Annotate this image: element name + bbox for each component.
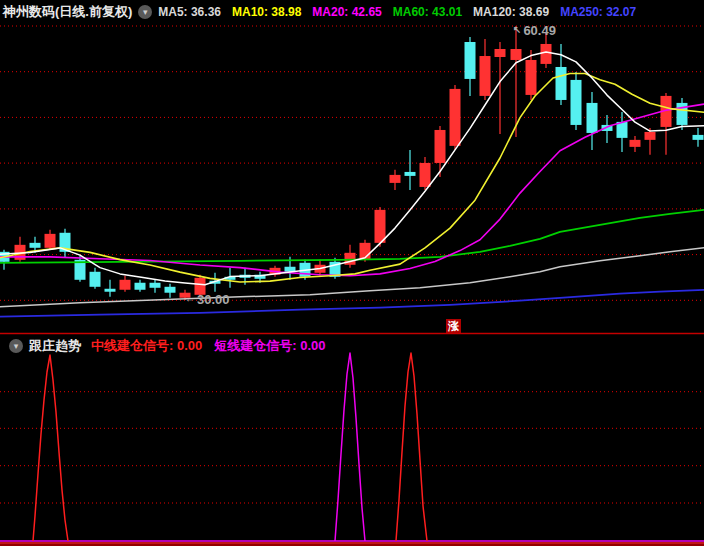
- candle-body: [526, 60, 537, 95]
- chevron-down-icon[interactable]: ▾: [138, 5, 152, 19]
- candle-body: [587, 103, 598, 133]
- mid-term-signal-label: 中线建仓信号: 0.00: [91, 337, 202, 355]
- ma-line-ma20: [0, 104, 704, 276]
- ma-line-ma250: [0, 290, 704, 317]
- candle-body: [450, 89, 461, 146]
- candle-body: [165, 287, 176, 293]
- low-price-value: 30.00: [197, 292, 230, 307]
- candle-body: [693, 135, 704, 140]
- candle-body: [375, 210, 386, 243]
- ma-line-ma10: [0, 74, 704, 283]
- candle-body: [645, 132, 656, 140]
- candle-body: [541, 44, 552, 64]
- high-price-label: ↖ 60.49: [513, 23, 556, 38]
- stock-title: 神州数码(日线.前复权): [3, 3, 132, 21]
- ma250-label: MA250: 32.07: [560, 5, 636, 19]
- signal-spike: [335, 353, 365, 541]
- candle-body: [150, 283, 161, 288]
- candle-body: [390, 175, 401, 183]
- candle-body: [420, 163, 431, 187]
- rise-marker-badge: 涨: [446, 319, 461, 333]
- signal-spike: [396, 353, 427, 541]
- candle-body: [495, 49, 506, 57]
- up-left-arrow-icon: ↖: [513, 24, 521, 35]
- ma-line-ma5: [0, 52, 704, 285]
- short-term-signal-label: 短线建仓信号: 0.00: [214, 337, 325, 355]
- candle-body: [630, 140, 641, 147]
- chart-canvas: [0, 0, 704, 546]
- ma20-label: MA20: 42.65: [312, 5, 381, 19]
- candle-body: [571, 80, 582, 125]
- candle-body: [405, 172, 416, 176]
- ma120-label: MA120: 38.69: [473, 5, 549, 19]
- main-chart-header: 神州数码(日线.前复权) ▾ MA5: 36.36 MA10: 38.98 MA…: [0, 0, 704, 24]
- indicator-title: 跟庄趋势: [29, 337, 81, 355]
- signal-spike: [33, 355, 68, 541]
- chevron-down-icon[interactable]: ▾: [9, 339, 23, 353]
- left-arrow-icon: ←: [185, 293, 195, 304]
- candle-body: [135, 283, 146, 290]
- candle-body: [90, 272, 101, 287]
- ma5-label: MA5: 36.36: [158, 5, 221, 19]
- candle-body: [45, 234, 56, 248]
- candle-body: [480, 56, 491, 96]
- candle-body: [105, 289, 116, 292]
- indicator-header: ▾ 跟庄趋势 中线建仓信号: 0.00 短线建仓信号: 0.00: [0, 336, 704, 356]
- ma60-label: MA60: 43.01: [393, 5, 462, 19]
- candle-body: [511, 49, 522, 60]
- ma10-label: MA10: 38.98: [232, 5, 301, 19]
- stock-app-window: 神州数码(日线.前复权) ▾ MA5: 36.36 MA10: 38.98 MA…: [0, 0, 704, 546]
- candle-body: [30, 243, 41, 248]
- candle-body: [556, 67, 567, 100]
- candle-body: [465, 42, 476, 79]
- high-price-value: 60.49: [523, 23, 556, 38]
- candle-body: [120, 280, 131, 290]
- candle-body: [435, 130, 446, 163]
- low-price-label: ← 30.00: [185, 292, 230, 307]
